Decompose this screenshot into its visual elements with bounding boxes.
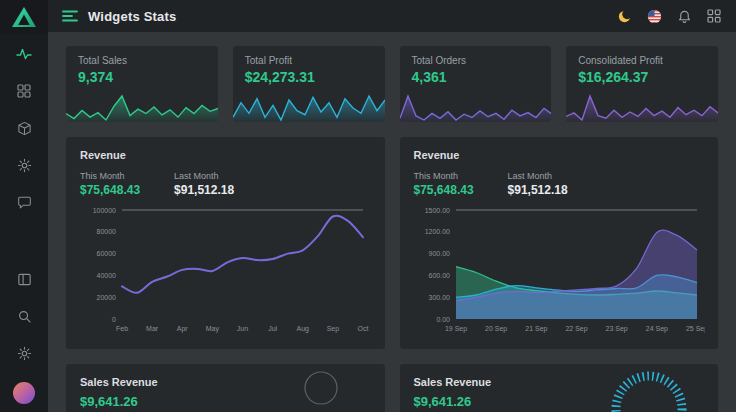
sales-revenue-ring-chart — [303, 370, 339, 406]
consolidated-profit-card[interactable]: Consolidated Profit $16,264.37 — [566, 46, 718, 122]
total-orders-sparkline — [400, 92, 552, 122]
settings-icon[interactable] — [16, 157, 32, 173]
revenue-legend: This Month $75,648.43 Last Month $91,512… — [414, 171, 705, 197]
svg-text:25 Sep: 25 Sep — [685, 325, 704, 333]
last-month-label: Last Month — [174, 171, 234, 181]
svg-text:May: May — [206, 325, 220, 333]
stat-label: Total Sales — [78, 55, 206, 66]
revenue-monthly-line-chart: 100000800006000040000200000FebMarAprMayJ… — [80, 203, 371, 335]
svg-text:0.00: 0.00 — [436, 316, 450, 323]
brand-logo[interactable] — [0, 0, 48, 34]
grid-icon[interactable] — [16, 83, 32, 99]
header-actions — [616, 8, 722, 24]
this-month-value: $75,648.43 — [80, 183, 140, 197]
svg-text:Oct: Oct — [358, 325, 369, 332]
svg-text:21 Sep: 21 Sep — [525, 325, 547, 333]
svg-text:1200.00: 1200.00 — [424, 228, 449, 235]
revenue-monthly-card: Revenue This Month $75,648.43 Last Month… — [66, 137, 385, 349]
total-profit-sparkline — [233, 92, 385, 122]
svg-text:Jul: Jul — [268, 325, 277, 332]
layout-icon[interactable] — [16, 271, 32, 287]
svg-text:Feb: Feb — [116, 325, 128, 332]
last-month-label: Last Month — [508, 171, 568, 181]
card-title: Revenue — [80, 149, 371, 161]
svg-text:60000: 60000 — [97, 250, 117, 257]
user-avatar[interactable] — [13, 382, 35, 404]
svg-text:24 Sep: 24 Sep — [645, 325, 667, 333]
activity-icon[interactable] — [16, 46, 32, 62]
svg-text:80000: 80000 — [97, 228, 117, 235]
this-month-label: This Month — [414, 171, 474, 181]
svg-text:100000: 100000 — [93, 207, 116, 214]
total-profit-card[interactable]: Total Profit $24,273.31 — [233, 46, 385, 122]
sidebar-nav-top — [16, 46, 32, 210]
apps-grid-icon[interactable] — [706, 8, 722, 24]
stat-cards-row: Total Sales 9,374 Total Profit $24,273.3… — [66, 46, 718, 122]
total-sales-sparkline — [66, 92, 218, 122]
us-flag-icon[interactable] — [646, 8, 662, 24]
stat-label: Consolidated Profit — [578, 55, 706, 66]
package-icon[interactable] — [16, 120, 32, 136]
brand-triangle-logo-icon — [10, 5, 38, 29]
svg-text:0: 0 — [112, 316, 116, 323]
top-header: Widgets Stats — [48, 0, 736, 32]
revenue-daily-card: Revenue This Month $75,648.43 Last Month… — [400, 137, 719, 349]
bottom-cards-row: Sales Revenue $9,641.26 Sales Revenue $9… — [66, 364, 718, 412]
sidebar-nav-bottom — [13, 271, 35, 404]
main-content: Total Sales 9,374 Total Profit $24,273.3… — [48, 32, 736, 412]
svg-text:19 Sep: 19 Sep — [444, 325, 466, 333]
stat-value: $24,273.31 — [245, 69, 373, 85]
this-month-label: This Month — [80, 171, 140, 181]
svg-text:Jun: Jun — [237, 325, 248, 332]
revenue-daily-area-chart: 1500.001200.00900.00600.00300.000.0019 S… — [414, 203, 705, 335]
sales-revenue-gauge-chart — [608, 368, 690, 412]
stat-value: 4,361 — [412, 69, 540, 85]
svg-text:Mar: Mar — [146, 325, 159, 332]
page-title: Widgets Stats — [88, 9, 176, 24]
search-icon[interactable] — [16, 308, 32, 324]
svg-text:Sep: Sep — [327, 325, 340, 333]
bell-icon[interactable] — [676, 8, 692, 24]
total-sales-card[interactable]: Total Sales 9,374 — [66, 46, 218, 122]
chat-icon[interactable] — [16, 194, 32, 210]
svg-text:Aug: Aug — [297, 325, 310, 333]
stat-value: 9,374 — [78, 69, 206, 85]
stat-label: Total Orders — [412, 55, 540, 66]
sales-revenue-card-left: Sales Revenue $9,641.26 — [66, 364, 385, 412]
stat-value: $16,264.37 — [578, 69, 706, 85]
svg-text:Apr: Apr — [177, 325, 189, 333]
sidebar — [0, 0, 48, 412]
svg-text:900.00: 900.00 — [428, 250, 450, 257]
svg-text:23 Sep: 23 Sep — [605, 325, 627, 333]
svg-text:40000: 40000 — [97, 272, 117, 279]
stat-label: Total Profit — [245, 55, 373, 66]
svg-text:22 Sep: 22 Sep — [565, 325, 587, 333]
card-title: Revenue — [414, 149, 705, 161]
sales-revenue-card-right: Sales Revenue $9,641.26 — [400, 364, 719, 412]
svg-text:1500.00: 1500.00 — [424, 207, 449, 214]
revenue-charts-row: Revenue This Month $75,648.43 Last Month… — [66, 137, 718, 349]
revenue-legend: This Month $75,648.43 Last Month $91,512… — [80, 171, 371, 197]
this-month-value: $75,648.43 — [414, 183, 474, 197]
settings-icon[interactable] — [16, 345, 32, 361]
last-month-value: $91,512.18 — [508, 183, 568, 197]
total-orders-card[interactable]: Total Orders 4,361 — [400, 46, 552, 122]
svg-text:20000: 20000 — [97, 294, 117, 301]
svg-text:300.00: 300.00 — [428, 294, 450, 301]
last-month-value: $91,512.18 — [174, 183, 234, 197]
moon-icon[interactable] — [616, 8, 632, 24]
menu-icon[interactable] — [62, 8, 78, 24]
svg-text:600.00: 600.00 — [428, 272, 450, 279]
consolidated-profit-sparkline — [566, 92, 718, 122]
svg-text:20 Sep: 20 Sep — [485, 325, 507, 333]
